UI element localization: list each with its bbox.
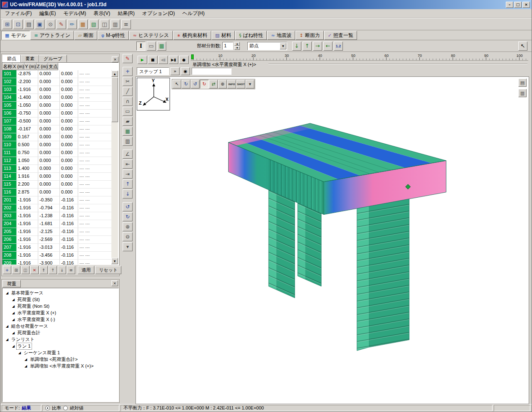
load-tree-item[interactable]: ◢ 死荷重 (Non St) (2, 303, 118, 309)
row-action-button[interactable]: ✕ (30, 266, 39, 274)
viewport-corner-button[interactable]: ▥ (518, 89, 527, 97)
table-row[interactable]: 204 -1.916 -1.681 -0.116 --- --- (2, 220, 112, 228)
node-io-icon-button[interactable]: ↑ (303, 42, 312, 51)
table-row[interactable]: 116 2.875 0.000 0.000 --- --- (2, 189, 112, 196)
ibeam-toggle-button[interactable]: I (136, 42, 145, 51)
edit-tool-button[interactable]: ✂ (123, 77, 133, 86)
node-io-icon-button[interactable]: → (313, 42, 322, 51)
tree-expander-icon[interactable]: ◢ (11, 318, 15, 321)
step-ruler[interactable]: 102030405060708090100 (191, 53, 528, 61)
view-tab[interactable]: φ M-φ特性 (98, 31, 129, 40)
secondary-toolbar-icon[interactable]: ▭ (147, 42, 156, 51)
menu-item[interactable]: オプション(O) (138, 9, 179, 18)
edit-tool-button[interactable]: ⇤ (123, 159, 133, 169)
table-scrollbar[interactable]: ▲ ▼ (111, 71, 118, 264)
apply-button[interactable]: 適用 (78, 266, 94, 274)
toolbar-icon-button[interactable]: ⊙ (46, 20, 55, 29)
view-tool-button[interactable]: ⊕ (218, 80, 227, 88)
table-row[interactable]: 207 -1.916 -3.013 -0.116 --- --- (2, 244, 112, 252)
view-tab[interactable]: ✓ 照査一覧 (324, 31, 357, 40)
table-row[interactable]: 110 0.500 0.000 0.000 --- --- (2, 141, 112, 149)
toolbar-icon-button[interactable]: ▥ (111, 20, 120, 29)
view-tab[interactable]: ∗ 横拘束材料 (173, 31, 211, 40)
column-header[interactable]: X (m) (12, 63, 25, 70)
edit-tool-button[interactable]: ▾ (123, 242, 133, 251)
edit-tool-button[interactable]: ▰ (123, 117, 133, 126)
tree-expander-icon[interactable]: ◢ (24, 364, 28, 368)
row-action-button[interactable]: ↓ (58, 266, 66, 274)
load-tree-item[interactable]: ◢ シーケンス荷重 1 (2, 349, 118, 356)
pier-3d-model[interactable] (136, 77, 529, 404)
spinner-down-button[interactable]: ▼ (234, 46, 240, 50)
edit-tool-button[interactable]: ▦ (123, 127, 133, 136)
edit-tool-button[interactable]: ↑ (123, 179, 133, 189)
table-row[interactable]: 209 -1.916 -3.900 -0.116 --- --- (2, 260, 112, 265)
close-icon[interactable]: × (111, 280, 118, 286)
load-tree-item[interactable]: ◢ 単調増加 <水平震度荷重 X (+)> (2, 363, 118, 369)
playback-button[interactable]: ■ (148, 56, 158, 64)
row-action-button[interactable]: ◫ (21, 266, 30, 274)
edit-tool-button[interactable]: ⇥ (123, 169, 133, 179)
scroll-down-icon[interactable]: ▼ (111, 258, 118, 264)
loads-panel-title[interactable]: 荷重 (2, 280, 21, 287)
selection-mode-combobox[interactable]: 節点 ▼ (247, 42, 287, 50)
secondary-toolbar-icon[interactable]: ▦ (157, 42, 166, 51)
right-column[interactable] (357, 198, 409, 351)
view-tool-button[interactable]: ⇄ (209, 80, 218, 88)
view-tab[interactable]: § ばね特性 (235, 31, 267, 40)
view-tool-button[interactable]: INFO (227, 80, 236, 88)
3d-viewport[interactable]: Y Z X ↖↻↺↻⇄⊕INFOSHOT▾ ▤▥ (135, 76, 529, 404)
scroll-up-icon[interactable]: ▲ (111, 71, 118, 77)
front-left-column[interactable] (268, 190, 295, 298)
toolbar-icon-button[interactable]: ▤ (24, 20, 34, 29)
absolute-radio[interactable] (63, 406, 68, 410)
load-tree-item[interactable]: ◢ ラン 1 (2, 343, 118, 349)
table-row[interactable]: 202 -1.916 -0.794 -0.116 --- --- (2, 204, 112, 212)
load-tree-item[interactable]: ◢ ランリスト (2, 336, 118, 343)
column-header[interactable]: 支点 (48, 63, 58, 70)
row-action-button[interactable]: ⇑ (39, 266, 48, 274)
table-row[interactable]: 113 1.400 0.000 0.000 --- --- (2, 165, 112, 173)
title-bar[interactable]: UC-win/FRAME(3D) Ver.4.00.01 - job1.f3d … (0, 0, 532, 9)
column-header[interactable]: Y (m) (25, 63, 37, 70)
table-row[interactable]: 101 -2.875 0.000 0.000 --- --- (2, 70, 112, 78)
view-tab[interactable]: ↕ 断面力 (296, 31, 323, 40)
table-row[interactable]: 208 -1.916 -3.456 -0.116 --- --- (2, 252, 112, 260)
toolbar-icon-button[interactable]: ▧ (89, 20, 99, 29)
view-tab[interactable]: ≡ アウトライン (30, 31, 74, 40)
view-tab[interactable]: ▨ 材料 (212, 31, 235, 40)
view-tool-button[interactable]: SHOT (236, 80, 245, 88)
load-tree-item[interactable]: ◢ 死荷重 (St) (2, 296, 118, 303)
playback-button[interactable]: ● (179, 56, 189, 64)
chevron-down-icon[interactable]: ▼ (280, 43, 286, 49)
view-tool-button[interactable]: ↖ (172, 80, 181, 88)
toolbar-icon-button[interactable]: ✎ (57, 20, 66, 29)
toolbar-icon-button[interactable]: ✏ (67, 20, 77, 29)
skip-to-end-button[interactable]: » (170, 67, 180, 75)
toolbar-icon-button[interactable]: ⊡ (13, 20, 23, 29)
reset-button[interactable]: リセット (95, 266, 121, 274)
tree-expander-icon[interactable]: ◢ (11, 311, 15, 315)
row-action-button[interactable]: ↑ (49, 266, 57, 274)
row-action-button[interactable]: + (3, 266, 11, 274)
tree-expander-icon[interactable]: ◢ (5, 291, 9, 295)
edit-tool-button[interactable]: ∠ (123, 150, 133, 159)
view-tool-button[interactable]: ↻ (182, 80, 190, 88)
animation-capture-button[interactable]: ◉ (181, 67, 190, 75)
back-left-column[interactable] (298, 203, 321, 287)
table-row[interactable]: 104 -1.400 0.000 0.000 --- --- (2, 94, 112, 102)
playback-button[interactable]: ▶▮ (169, 56, 178, 64)
edit-tool-button[interactable]: ↓ (123, 189, 133, 199)
tree-expander-icon[interactable]: ◢ (11, 331, 15, 335)
table-row[interactable]: 206 -1.916 -2.569 -0.116 --- --- (2, 236, 112, 244)
table-row[interactable]: 106 -0.750 0.000 0.000 --- --- (2, 110, 112, 118)
toolbar-icon-button[interactable]: ⊞ (2, 20, 12, 29)
column-header[interactable]: Z (m) (37, 63, 48, 70)
table-row[interactable]: 201 -1.916 -0.350 -0.116 --- --- (2, 196, 112, 204)
table-row[interactable]: 205 -1.916 -2.125 -0.116 --- --- (2, 228, 112, 236)
load-tree-item[interactable]: ◢ 死荷重合計 (2, 329, 118, 336)
scrollbar-thumb[interactable] (111, 77, 118, 122)
edit-tool-button[interactable]: ⊕ (123, 222, 133, 231)
table-row[interactable]: 108 -0.167 0.000 0.000 --- --- (2, 125, 112, 133)
table-row[interactable]: 107 -0.500 0.000 0.000 --- --- (2, 118, 112, 125)
